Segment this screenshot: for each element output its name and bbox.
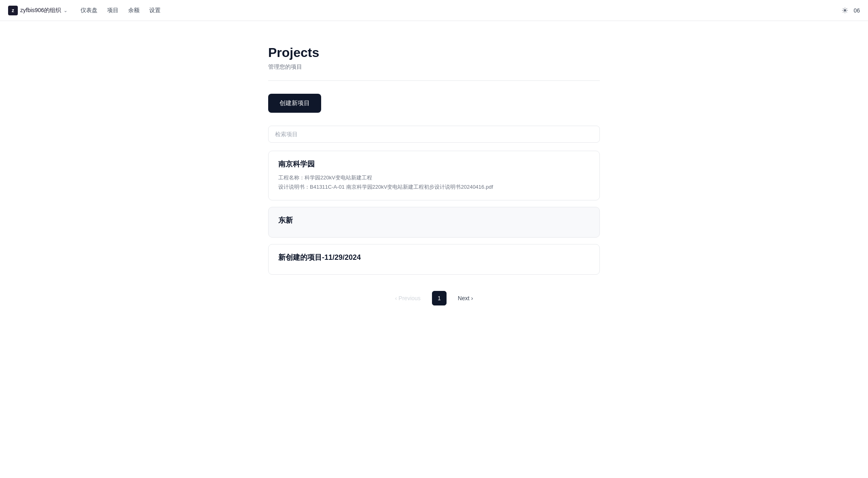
project-meta-line1: 工程名称：科学园220kV变电站新建工程 (278, 173, 590, 182)
project-card-title: 东新 (278, 215, 590, 225)
org-name: zyfbis906的组织 (20, 7, 61, 14)
pagination: ‹ Previous 1 Next › (268, 291, 600, 305)
nav-links: 仪表盘 项目 余额 设置 (80, 7, 161, 14)
project-meta-line2: 设计说明书：B41311C-A-01 南京科学园220kV变电站新建工程初步设计… (278, 182, 590, 192)
project-card-meta: 工程名称：科学园220kV变电站新建工程 设计说明书：B41311C-A-01 … (278, 173, 590, 192)
previous-button[interactable]: ‹ Previous (389, 292, 427, 305)
nav-balance[interactable]: 余额 (128, 7, 140, 14)
page-number-1[interactable]: 1 (432, 291, 447, 305)
create-project-button[interactable]: 创建新项目 (268, 94, 321, 113)
org-chevron-icon: ⌄ (64, 8, 68, 13)
topbar-right: ☀ 06 (841, 6, 860, 15)
next-button[interactable]: Next › (451, 292, 479, 305)
project-card-title: 新创建的项目-11/29/2024 (278, 253, 590, 262)
project-card-dongxin[interactable]: 东新 (268, 207, 600, 238)
topbar-left: z zyfbis906的组织 ⌄ 仪表盘 项目 余额 设置 (8, 6, 161, 15)
nav-settings[interactable]: 设置 (149, 7, 161, 14)
org-selector[interactable]: z zyfbis906的组织 ⌄ (8, 6, 68, 15)
project-card-nanjing[interactable]: 南京科学园 工程名称：科学园220kV变电站新建工程 设计说明书：B41311C… (268, 151, 600, 200)
search-input[interactable] (268, 126, 600, 143)
main-content: Projects 管理您的项目 创建新项目 南京科学园 工程名称：科学园220k… (260, 21, 608, 338)
org-avatar: z (8, 6, 18, 15)
theme-toggle-icon[interactable]: ☀ (841, 6, 849, 15)
project-card-new[interactable]: 新创建的项目-11/29/2024 (268, 244, 600, 275)
page-subtitle: 管理您的项目 (268, 63, 600, 71)
nav-dashboard[interactable]: 仪表盘 (80, 7, 97, 14)
divider (268, 80, 600, 81)
nav-projects[interactable]: 项目 (107, 7, 119, 14)
project-card-title: 南京科学园 (278, 159, 590, 169)
chevron-left-icon: ‹ (395, 295, 397, 301)
topbar: z zyfbis906的组织 ⌄ 仪表盘 项目 余额 设置 ☀ 06 (0, 0, 868, 21)
chevron-right-icon: › (471, 295, 473, 301)
page-title: Projects (268, 45, 600, 60)
time-display: 06 (853, 7, 860, 14)
